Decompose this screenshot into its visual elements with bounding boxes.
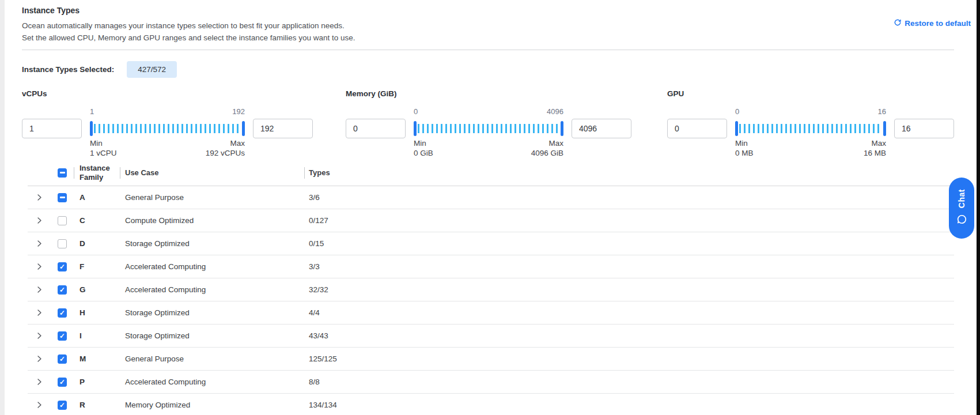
types-count-value: 134/134 bbox=[304, 401, 954, 409]
vcpus-max-handle[interactable] bbox=[242, 121, 245, 136]
row-checkbox[interactable] bbox=[58, 193, 67, 202]
row-checkbox[interactable] bbox=[58, 378, 67, 387]
table-row: R Memory Optimized 134/134 bbox=[28, 394, 954, 415]
instance-family-value: H bbox=[74, 308, 120, 317]
memory-max-caption: Max bbox=[548, 139, 563, 148]
gpu-min-input[interactable] bbox=[667, 119, 727, 138]
types-count-value: 3/6 bbox=[304, 193, 954, 202]
use-case-value: General Purpose bbox=[120, 193, 304, 202]
row-checkbox[interactable] bbox=[58, 239, 67, 248]
table-row: P Accelerated Computing 8/8 bbox=[28, 371, 954, 394]
gpu-slider-ticks bbox=[739, 124, 882, 133]
memory-min-caption: Min bbox=[414, 139, 426, 148]
memory-range-max-label: 4096 bbox=[547, 107, 563, 119]
row-checkbox[interactable] bbox=[58, 331, 67, 341]
row-checkbox[interactable] bbox=[58, 354, 67, 364]
table-row: D Storage Optimized 0/15 bbox=[28, 232, 954, 255]
vcpus-min-input[interactable] bbox=[22, 119, 82, 138]
gpu-max-handle[interactable] bbox=[883, 121, 886, 136]
gpu-slider-group: GPU 0 16 Min Max bbox=[667, 89, 954, 157]
expand-row-button[interactable] bbox=[28, 378, 51, 386]
page-right-edge-strip bbox=[977, 0, 980, 415]
table-row: G Accelerated Computing 32/32 bbox=[28, 278, 954, 301]
instance-family-table: Instance Family Use Case Types A General… bbox=[28, 160, 954, 415]
use-case-value: Accelerated Computing bbox=[120, 262, 304, 271]
memory-min-unit: 0 GiB bbox=[414, 149, 433, 157]
gpu-range-min-label: 0 bbox=[735, 107, 739, 119]
table-header-row: Instance Family Use Case Types bbox=[28, 160, 954, 186]
vcpus-slider-track[interactable] bbox=[90, 119, 245, 138]
types-count-value: 43/43 bbox=[304, 331, 954, 340]
use-case-value: Compute Optimized bbox=[120, 216, 304, 225]
select-all-checkbox[interactable] bbox=[58, 168, 67, 178]
expand-row-button[interactable] bbox=[28, 309, 51, 316]
column-header-instance-family: Instance Family bbox=[74, 160, 120, 186]
column-header-types: Types bbox=[304, 160, 954, 186]
gpu-max-unit: 16 MB bbox=[864, 149, 886, 157]
page-title: Instance Types bbox=[22, 0, 954, 15]
expand-row-button[interactable] bbox=[28, 355, 51, 363]
vcpus-max-input[interactable] bbox=[253, 119, 313, 138]
column-header-use-case: Use Case bbox=[120, 160, 304, 186]
instance-family-value: G bbox=[74, 285, 120, 294]
expand-row-button[interactable] bbox=[28, 332, 51, 339]
table-row: H Storage Optimized 4/4 bbox=[28, 301, 954, 325]
range-sliders-section: vCPUs 1 192 Min Max bbox=[22, 89, 954, 157]
types-count-value: 3/3 bbox=[304, 262, 954, 271]
gpu-min-handle[interactable] bbox=[735, 121, 738, 136]
expand-row-button[interactable] bbox=[28, 217, 51, 224]
instance-types-selected-badge: 427/572 bbox=[127, 61, 177, 78]
chat-button[interactable]: Chat bbox=[949, 178, 974, 239]
memory-max-unit: 4096 GiB bbox=[531, 149, 563, 157]
row-checkbox[interactable] bbox=[58, 285, 67, 295]
instance-family-value: A bbox=[74, 193, 120, 202]
expand-row-button[interactable] bbox=[28, 263, 51, 270]
instance-family-value: M bbox=[74, 354, 120, 363]
table-row: A General Purpose 3/6 bbox=[28, 186, 954, 209]
header-divider bbox=[22, 50, 954, 50]
use-case-value: General Purpose bbox=[120, 354, 304, 363]
expand-row-button[interactable] bbox=[28, 286, 51, 293]
vcpus-slider-ticks bbox=[94, 124, 241, 133]
chat-button-label: Chat bbox=[957, 189, 966, 208]
chat-bubble-icon bbox=[956, 214, 967, 227]
instance-types-selected-label: Instance Types Selected: bbox=[22, 65, 114, 74]
types-count-value: 0/127 bbox=[304, 216, 954, 225]
memory-slider-track[interactable] bbox=[414, 119, 563, 138]
row-checkbox[interactable] bbox=[58, 308, 67, 318]
gpu-min-caption: Min bbox=[735, 139, 748, 148]
gpu-slider-track[interactable] bbox=[735, 119, 886, 138]
gpu-max-input[interactable] bbox=[894, 119, 954, 138]
expand-row-button[interactable] bbox=[28, 401, 51, 409]
table-row: F Accelerated Computing 3/3 bbox=[28, 255, 954, 278]
types-count-value: 32/32 bbox=[304, 285, 954, 294]
use-case-value: Storage Optimized bbox=[120, 331, 304, 340]
use-case-value: Storage Optimized bbox=[120, 308, 304, 317]
vcpus-min-caption: Min bbox=[90, 139, 103, 148]
gpu-label: GPU bbox=[667, 89, 954, 99]
row-checkbox[interactable] bbox=[58, 262, 67, 271]
gpu-min-unit: 0 MB bbox=[735, 149, 754, 157]
instance-family-value: P bbox=[74, 378, 120, 386]
expand-row-button[interactable] bbox=[28, 240, 51, 247]
memory-max-handle[interactable] bbox=[561, 121, 563, 136]
memory-max-input[interactable] bbox=[572, 119, 631, 138]
description-line-2: Set the allowed CPU, Memory and GPU rang… bbox=[22, 32, 954, 44]
vcpus-min-unit: 1 vCPU bbox=[90, 149, 117, 157]
types-count-value: 0/15 bbox=[304, 239, 954, 248]
expand-row-button[interactable] bbox=[28, 194, 51, 201]
use-case-value: Memory Optimized bbox=[120, 401, 304, 409]
memory-min-input[interactable] bbox=[346, 119, 406, 138]
vcpus-label: vCPUs bbox=[22, 89, 313, 99]
row-checkbox[interactable] bbox=[58, 401, 67, 410]
memory-min-handle[interactable] bbox=[414, 121, 417, 136]
row-checkbox[interactable] bbox=[58, 216, 67, 225]
page-left-gutter bbox=[0, 0, 5, 415]
memory-slider-group: Memory (GiB) 0 4096 Min Max bbox=[346, 89, 631, 157]
use-case-value: Accelerated Computing bbox=[120, 285, 304, 294]
page-description: Ocean automatically manages your instanc… bbox=[22, 20, 954, 44]
gpu-range-max-label: 16 bbox=[878, 107, 886, 119]
instance-family-value: R bbox=[74, 401, 120, 409]
vcpus-min-handle[interactable] bbox=[90, 121, 93, 136]
instance-family-value: I bbox=[74, 331, 120, 340]
